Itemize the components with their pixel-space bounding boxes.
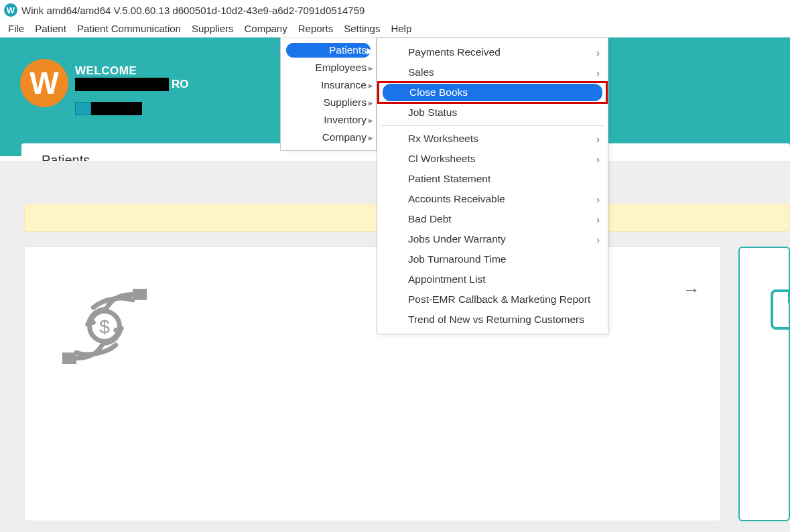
reports-item-employees[interactable]: Employees ▸ — [281, 59, 376, 76]
submenu-close-books-highlight: Close Books — [379, 82, 606, 103]
submenu-bad-debt[interactable]: Bad Debt › — [377, 209, 608, 229]
menu-file[interactable]: File — [3, 21, 29, 36]
dashboard-card[interactable]: $ → — [24, 247, 721, 521]
submenu-post-emr-report[interactable]: Post-EMR Callback & Marketing Report — [377, 289, 608, 310]
submenu-appointment-list[interactable]: Appointment List — [377, 269, 608, 289]
location-block — [75, 102, 142, 115]
patients-submenu: Payments Received › Sales › Close Books … — [377, 38, 608, 334]
title-bar: W Wink amd64/amd64 V.5.00.60.13 d600501d… — [0, 0, 790, 20]
menu-reports[interactable]: Reports — [293, 21, 339, 36]
submenu-cl-worksheets[interactable]: Cl Worksheets › — [377, 149, 608, 169]
reports-item-inventory[interactable]: Inventory ▸ — [281, 111, 376, 129]
menu-suppliers[interactable]: Suppliers — [186, 21, 239, 36]
submenu-job-status[interactable]: Job Status — [377, 103, 608, 123]
menu-company[interactable]: Company — [239, 21, 293, 36]
chevron-right-icon: ▶ — [367, 46, 373, 56]
chevron-right-icon: › — [596, 214, 600, 225]
chevron-right-icon: ▸ — [369, 115, 373, 125]
menu-help[interactable]: Help — [385, 21, 417, 36]
menu-bar: File Patient Patient Communication Suppl… — [0, 20, 790, 38]
submenu-payments-received[interactable]: Payments Received › — [377, 42, 608, 62]
menu-patient[interactable]: Patient — [29, 21, 72, 36]
menu-patient-communication[interactable]: Patient Communication — [72, 21, 186, 36]
chevron-right-icon: › — [596, 194, 600, 205]
submenu-patient-statement[interactable]: Patient Statement — [377, 169, 608, 189]
submenu-divider — [381, 125, 604, 126]
globe-icon — [75, 102, 91, 115]
app-icon: W — [4, 3, 17, 17]
logo-icon: W — [20, 59, 68, 107]
redacted-username — [75, 78, 169, 91]
submenu-trend-new-vs-returning[interactable]: Trend of New vs Returning Customers — [377, 310, 608, 330]
submenu-close-books[interactable]: Close Books — [379, 82, 606, 103]
side-card[interactable] — [738, 247, 790, 521]
chevron-right-icon: ▸ — [369, 133, 373, 143]
reports-item-insurance[interactable]: Insurance ▸ — [281, 76, 376, 94]
reports-dropdown: Patients ▶ Employees ▸ Insurance ▸ Suppl… — [280, 38, 377, 151]
redacted-location — [91, 102, 142, 115]
reports-item-company[interactable]: Company ▸ — [281, 129, 376, 146]
chevron-right-icon: › — [596, 153, 600, 165]
transactions-icon: $ — [54, 279, 155, 373]
reports-item-suppliers[interactable]: Suppliers ▸ — [281, 94, 376, 111]
chevron-right-icon: ▸ — [369, 63, 373, 73]
chevron-right-icon: › — [596, 234, 600, 245]
chevron-right-icon: › — [596, 133, 600, 145]
chevron-right-icon: ▸ — [369, 80, 373, 90]
svg-text:$: $ — [99, 316, 110, 337]
chevron-right-icon: › — [596, 47, 600, 58]
menu-settings[interactable]: Settings — [338, 21, 385, 36]
submenu-job-turnaround-time[interactable]: Job Turnaround Time — [377, 249, 608, 269]
welcome-label: WELCOME — [75, 64, 137, 78]
document-icon — [771, 289, 790, 330]
submenu-jobs-under-warranty[interactable]: Jobs Under Warranty › — [377, 229, 608, 249]
arrow-right-icon[interactable]: → — [683, 279, 700, 300]
reports-item-patients[interactable]: Patients ▶ — [281, 42, 376, 59]
window-title: Wink amd64/amd64 V.5.00.60.13 d600501d-1… — [21, 5, 365, 16]
submenu-rx-worksheets[interactable]: Rx Worksheets › — [377, 129, 608, 149]
chevron-right-icon: › — [596, 67, 600, 78]
chevron-right-icon: ▸ — [369, 98, 373, 108]
submenu-accounts-receivable[interactable]: Accounts Receivable › — [377, 189, 608, 209]
submenu-sales[interactable]: Sales › — [377, 62, 608, 82]
role-label: RO — [172, 78, 189, 91]
